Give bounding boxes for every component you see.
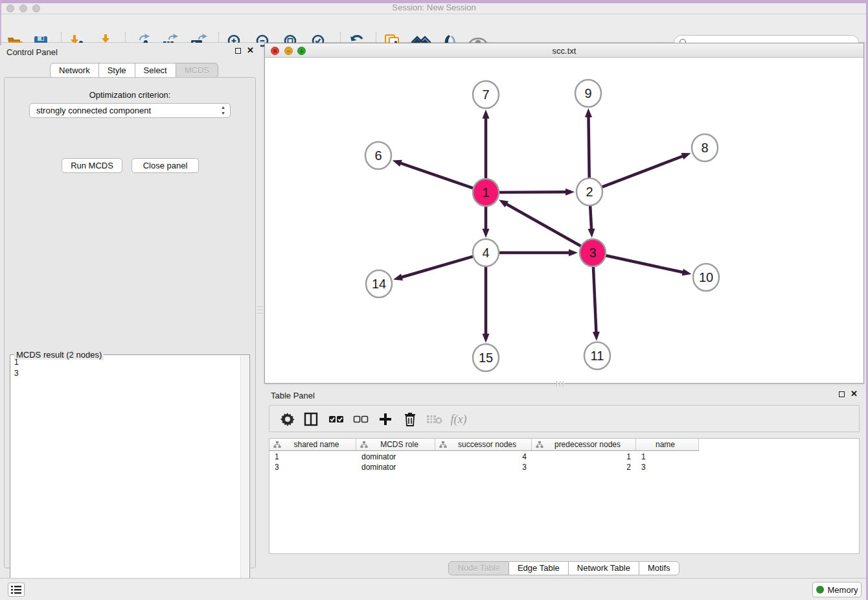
cell-name[interactable]: 1 [636, 452, 699, 462]
edge-3-1[interactable] [505, 203, 581, 246]
network-view-window: ✕ − ＋ scc.txt 7968124314101511 [264, 43, 864, 384]
column-header-name[interactable]: name [636, 439, 699, 450]
add-row-plus-icon[interactable] [376, 410, 395, 429]
criterion-value: strongly connected component [36, 106, 151, 115]
vertical-splitter-handle[interactable] [257, 302, 263, 319]
table-panel-title: Table Panel [271, 391, 315, 400]
control-panel-tabs: NetworkStyleSelectMCDS [51, 63, 218, 78]
float-panel-icon[interactable] [839, 391, 845, 397]
edge-1-2[interactable] [499, 192, 567, 192]
table-row[interactable]: 3dominator323 [269, 462, 699, 472]
status-bar: Memory [0, 578, 868, 600]
graph-node-label: 2 [586, 185, 593, 199]
optimization-criterion-label: Optimization criterion: [5, 90, 255, 100]
scrollbar[interactable] [240, 356, 249, 600]
edge-arrowhead [588, 229, 595, 238]
graph-node-label: 3 [589, 246, 596, 260]
edge-arrowhead [682, 269, 692, 276]
table-row[interactable]: 1dominator411 [269, 452, 699, 462]
cell-MCDS-role[interactable]: dominator [356, 462, 435, 472]
graph-node-label: 4 [482, 246, 489, 260]
table-settings-gear-icon[interactable] [278, 410, 297, 429]
table-tabs: Node TableEdge TableNetwork TableMotifs [264, 561, 864, 575]
deselect-all-icon[interactable] [351, 410, 371, 429]
cell-MCDS-role[interactable]: dominator [356, 452, 435, 462]
tab-network-table[interactable]: Network Table [568, 561, 639, 575]
edge-3-11[interactable] [593, 266, 597, 333]
hierarchy-icon [536, 441, 543, 448]
graph-node-label: 9 [584, 86, 591, 100]
network-window-titlebar[interactable]: ✕ − ＋ scc.txt [265, 43, 863, 58]
chevron-up-down-icon: ▲▼ [221, 104, 225, 116]
control-panel-title: Control Panel [6, 47, 58, 57]
control-panel: Control Panel ✕ NetworkStyleSelectMCDS O… [0, 43, 260, 577]
cell-predecessor-nodes[interactable]: 1 [532, 452, 636, 462]
cell-shared-name[interactable]: 3 [269, 462, 356, 472]
graph-node-label: 6 [374, 148, 382, 163]
network-canvas[interactable]: 7968124314101511 [265, 58, 863, 383]
edge-arrowhead [393, 273, 403, 281]
delete-trash-icon[interactable] [400, 410, 420, 429]
edge-2-3[interactable] [590, 205, 591, 230]
run-mcds-button[interactable]: Run MCDS [62, 158, 122, 173]
graph-node-label: 14 [372, 277, 386, 291]
tab-select[interactable]: Select [135, 63, 176, 78]
close-panel-button[interactable]: Close panel [131, 158, 199, 173]
close-panel-icon[interactable]: ✕ [851, 391, 858, 397]
edge-arrowhead [483, 229, 490, 238]
mcds-panel: Optimization criterion: strongly connect… [4, 77, 256, 568]
memory-label: Memory [828, 585, 858, 595]
table-toolbar: f(x) [269, 405, 860, 432]
column-header-predecessor-nodes[interactable]: predecessor nodes [532, 439, 636, 450]
delete-table-icon[interactable] [425, 410, 444, 429]
edge-1-6[interactable] [400, 163, 474, 188]
task-history-button[interactable] [8, 583, 25, 597]
graph-node-label: 7 [482, 87, 489, 102]
cell-successor-nodes[interactable]: 3 [435, 462, 532, 472]
list-icon [11, 586, 21, 594]
table-header-row: shared nameMCDS rolesuccessor nodesprede… [269, 439, 699, 451]
edge-arrowhead [483, 110, 490, 119]
tab-style[interactable]: Style [98, 63, 135, 78]
tab-network[interactable]: Network [50, 63, 99, 78]
close-panel-icon[interactable]: ✕ [247, 47, 254, 54]
graph-node-label: 15 [479, 351, 493, 365]
tab-edge-table[interactable]: Edge Table [508, 561, 569, 575]
tab-motifs[interactable]: Motifs [639, 561, 680, 575]
network-title: scc.txt [265, 46, 863, 56]
column-header-shared-name[interactable]: shared name [269, 439, 356, 450]
horizontal-splitter-handle[interactable] [552, 381, 569, 387]
window-edge [0, 0, 868, 3]
edge-3-10[interactable] [606, 255, 684, 272]
column-header-MCDS-role[interactable]: MCDS role [356, 439, 435, 450]
function-builder-icon[interactable]: f(x) [449, 410, 468, 429]
edge-arrowhead [681, 153, 691, 159]
criterion-dropdown[interactable]: strongly connected component ▲▼ [29, 103, 231, 118]
cell-predecessor-nodes[interactable]: 2 [532, 462, 636, 472]
hierarchy-icon [439, 441, 447, 448]
edge-2-8[interactable] [602, 156, 684, 187]
mcds-result-text[interactable]: 13 [12, 357, 239, 600]
hierarchy-icon [360, 441, 368, 448]
edge-arrowhead [585, 108, 592, 117]
float-panel-icon[interactable] [235, 48, 241, 54]
cell-shared-name[interactable]: 1 [269, 452, 356, 462]
table-panel: Table Panel ✕ f(x) shared nameMCDS [264, 386, 864, 577]
column-header-successor-nodes[interactable]: successor nodes [435, 439, 532, 450]
tab-node-table[interactable]: Node Table [448, 561, 509, 575]
window-title: Session: New Session [0, 3, 868, 12]
cell-successor-nodes[interactable]: 4 [435, 452, 532, 462]
show-columns-icon[interactable] [301, 410, 321, 429]
edge-arrowhead [569, 249, 578, 257]
memory-button[interactable]: Memory [812, 582, 862, 597]
edge-2-9[interactable] [588, 116, 589, 179]
select-all-icon[interactable] [326, 410, 346, 429]
edge-arrowhead [393, 160, 402, 167]
edge-4-14[interactable] [401, 257, 474, 278]
graph-node-label: 8 [701, 141, 708, 155]
graph-node-label: 10 [699, 270, 713, 284]
mcds-result-line: 1 [14, 357, 239, 368]
tab-mcds[interactable]: MCDS [176, 63, 218, 78]
graph-node-label: 11 [591, 349, 604, 363]
cell-name[interactable]: 3 [636, 462, 699, 472]
